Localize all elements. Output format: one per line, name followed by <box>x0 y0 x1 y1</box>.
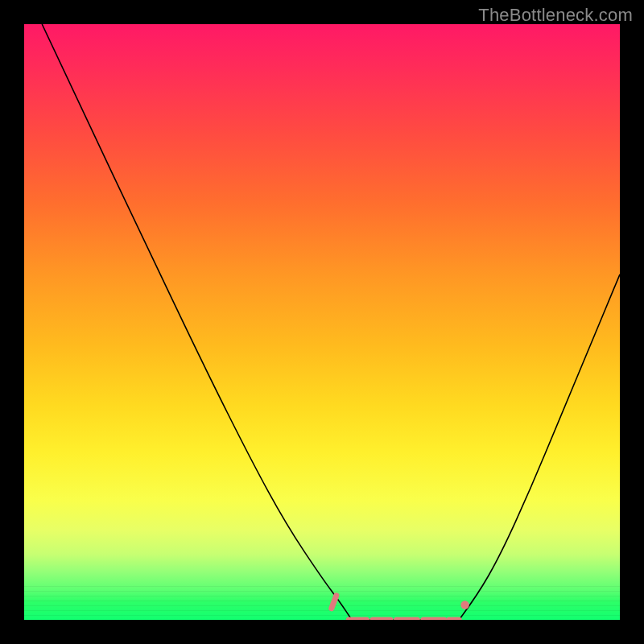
curves-svg <box>24 24 620 620</box>
curve-left-arm <box>42 24 352 620</box>
chart-frame: TheBottleneck.com <box>0 0 644 644</box>
watermark-text: TheBottleneck.com <box>478 5 633 26</box>
left-tick-marker <box>332 596 336 609</box>
curve-right-arm <box>459 275 620 620</box>
plot-area <box>24 24 620 620</box>
right-dot-marker <box>460 601 469 609</box>
